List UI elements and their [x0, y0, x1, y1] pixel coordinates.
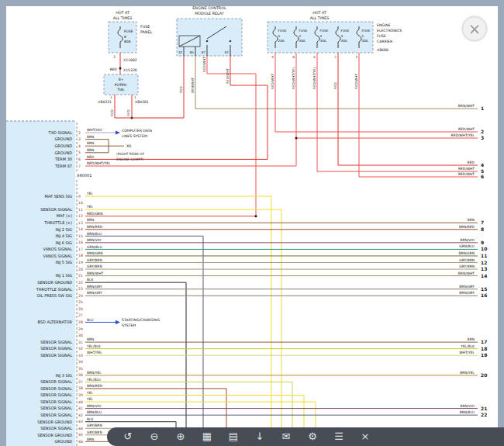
menu-icon[interactable]: ☰	[326, 427, 352, 446]
pin-number: 8	[292, 55, 295, 59]
pin-number: 3	[355, 55, 357, 59]
exit-wire-label: BRN/WHT	[458, 271, 475, 275]
exit-number: 13	[481, 266, 487, 271]
pin-number: 4	[271, 55, 274, 59]
exit-number: 6	[481, 174, 484, 179]
ecm-signal-label: SENSOR GROUND	[37, 420, 72, 424]
connector-label: X84301	[135, 100, 149, 104]
pin-number: 29	[78, 327, 83, 331]
wire-color-label: BRN/GRY	[87, 291, 102, 295]
exit-number: 5	[481, 168, 484, 174]
label: 30A	[341, 39, 347, 43]
pin-number: 13	[78, 221, 83, 225]
wire-color-label: RED/GRN	[87, 212, 102, 216]
pin-number: 9	[78, 195, 81, 199]
exit-wire-label: BRN/GRY	[459, 291, 475, 295]
ecm-signal-label: VANOS SIGNAL	[43, 247, 73, 251]
wire-color-label: RED	[126, 109, 130, 116]
ecm-signal-label: INJ 5 SIG	[55, 260, 72, 264]
wire-color-label: GRY/BRN	[87, 424, 102, 427]
download-icon[interactable]: ↓	[247, 427, 273, 446]
pin-number: 34	[78, 360, 83, 364]
wire-color-label: GRN/BLU	[87, 245, 102, 249]
rotate-icon[interactable]: ↺	[115, 427, 141, 446]
pin-number: 4	[78, 144, 81, 148]
label: 1	[362, 34, 364, 38]
ecm-connector-label: X60001	[77, 173, 91, 178]
connector-label: X11002	[123, 58, 137, 62]
pin-number: 39	[78, 393, 83, 397]
pin-number: 46	[78, 440, 83, 444]
exit-number: 7	[481, 220, 484, 225]
ecm-signal-label: GROUND	[54, 439, 72, 444]
relay-contact	[206, 40, 209, 43]
frame-left	[0, 0, 6, 446]
grid-view-icon[interactable]: ▦	[194, 427, 220, 446]
wire-color-label: RED	[179, 86, 183, 93]
pin-number: 37	[78, 380, 83, 384]
exit-number: 18	[481, 346, 487, 351]
ecm-signal-label: SENSOR SIGNAL	[40, 406, 72, 410]
pin-number: 32	[78, 347, 83, 351]
pin-number: 6	[78, 157, 81, 161]
ecm-signal-label: INJ 6 SIG	[55, 240, 72, 245]
zoom-out-icon[interactable]: ⊖	[141, 427, 167, 446]
pin-number: 1	[134, 95, 136, 99]
hot-at-all-times-label: ALL TIMES	[113, 16, 133, 20]
page-view-icon[interactable]: ▤	[220, 427, 247, 446]
pin-number: 36	[78, 373, 83, 377]
ecm-signal-label: INJ 4 SIG	[55, 233, 72, 238]
connector-label: X8680	[377, 48, 388, 52]
exit-wire-label: RED	[468, 161, 475, 164]
pin-number: 42	[78, 413, 83, 417]
bplus-label: POTEN-	[115, 83, 128, 87]
pin-number: 15	[78, 234, 83, 238]
wire-color-label: BRN/VIO	[87, 238, 102, 242]
exit-wire-label: GRY/BRN	[459, 264, 475, 268]
wire-color-label: BLU	[87, 318, 93, 322]
viewer-toolbar: ↺⊖⊕▦▤↓✉⚙☰×	[107, 427, 504, 446]
wire-color-label: BRN/WHT	[191, 77, 195, 93]
close-button[interactable]: ×	[462, 16, 487, 41]
pin-number: 30	[78, 334, 83, 337]
exit-number: 19	[481, 352, 487, 358]
wire-color-label: RED/WHT/YEL	[87, 161, 111, 165]
exit-number: 11	[481, 253, 487, 258]
wire-color-label: WHT/VIO	[87, 128, 102, 132]
ecm-signal-label: THROTTLE SIGNAL	[36, 287, 72, 292]
fuse-carrier-label: ENGINE	[377, 23, 391, 27]
label: 5	[278, 34, 281, 38]
wire-color-label: GRY/BRN	[87, 264, 102, 268]
wire-color-label: RED/WHT	[202, 57, 206, 72]
wire-color-label: RED/WHT	[271, 74, 274, 89]
ecm-signal-label: INJ 1 SIG	[55, 273, 72, 278]
ecm-signal-label: SENSOR SIGNAL	[40, 353, 72, 358]
pin-number: 31	[78, 341, 83, 344]
exit-number: 22	[481, 412, 487, 417]
wire-color-label: RED	[333, 82, 337, 89]
exit-number: 9	[481, 240, 484, 245]
ecm-signal-label: SENSOR SIGNAL	[40, 346, 72, 351]
computer-data-note: COMPUTER DATA	[122, 129, 153, 133]
ecm-signal-label: TXD SIGNAL	[48, 130, 73, 135]
zoom-in-icon[interactable]: ⊕	[167, 427, 194, 446]
exit-wire-label: YEL/BLK	[460, 344, 475, 348]
close-panel-icon[interactable]: ×	[352, 427, 378, 446]
bplus-label: TIAL	[116, 88, 125, 92]
relay-title: ENGINE CONTROL	[192, 6, 226, 10]
diagram-viewer: HOT ATALL TIMESFUSE880AFUSEPANEL3X11002R…	[0, 0, 504, 446]
engine-compt-note: ENGINE COMPT)	[116, 157, 144, 161]
label: FUSE	[278, 29, 287, 33]
exit-number: 3	[481, 135, 484, 140]
wire-color-label: RED/WHT/YEL	[292, 66, 295, 89]
email-icon[interactable]: ✉	[273, 427, 299, 446]
exit-wire-label: BRN	[468, 218, 475, 222]
pin-number: 40	[78, 400, 83, 404]
wiring-diagram: HOT ATALL TIMESFUSE880AFUSEPANEL3X11002R…	[0, 0, 504, 446]
pin-number: 24	[78, 294, 83, 298]
settings-icon[interactable]: ⚙	[299, 427, 326, 446]
pin-number: 10	[78, 201, 83, 205]
fuse-carrier-label: CARRIER	[377, 40, 393, 43]
pin-number: 11	[78, 208, 83, 212]
wire-color-label: YEL	[86, 205, 93, 209]
